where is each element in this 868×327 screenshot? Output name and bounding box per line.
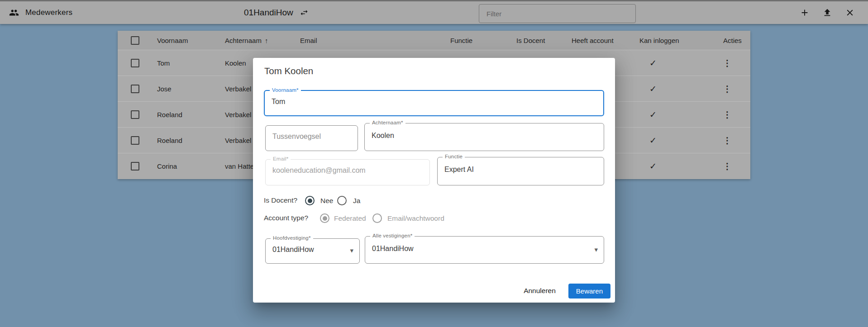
- dots-vertical-icon[interactable]: ⋮: [721, 102, 733, 127]
- cell-achternaam: Verbakel: [225, 128, 251, 153]
- people-icon: [9, 8, 19, 18]
- dropdown-caret-icon[interactable]: ▾: [594, 246, 598, 254]
- email-value: kooleneducation@gmail.com: [272, 166, 366, 175]
- alle-vestigingen-value: 01HandiHow: [372, 245, 414, 253]
- cell-voornaam: Jose: [157, 76, 172, 101]
- cell-achternaam: van Hatte: [225, 153, 254, 179]
- radio-federated: [320, 213, 329, 223]
- dots-vertical-icon[interactable]: ⋮: [721, 76, 733, 101]
- column-header-voornaam[interactable]: Voornaam: [157, 31, 188, 50]
- is-docent-label: Is Docent?: [264, 196, 297, 204]
- achternaam-label: Achternaam*: [370, 120, 405, 125]
- achternaam-field[interactable]: Achternaam* Koolen: [364, 123, 604, 151]
- radio-email-wachtwoord: [372, 213, 382, 223]
- cell-voornaam: Roeland: [157, 128, 182, 153]
- alle-vestigingen-select[interactable]: Alle vestigingen* 01HandiHow ▾: [365, 236, 604, 264]
- dots-vertical-icon[interactable]: ⋮: [721, 128, 733, 153]
- functie-field[interactable]: Functie Expert AI: [437, 157, 604, 185]
- row-checkbox[interactable]: [131, 110, 139, 119]
- dropdown-caret-icon[interactable]: ▾: [350, 246, 353, 255]
- column-header-functie[interactable]: Functie: [450, 31, 472, 50]
- column-header-achternaam[interactable]: Achternaam↑: [225, 31, 268, 50]
- upload-icon[interactable]: [822, 7, 833, 18]
- select-all-checkbox[interactable]: [131, 36, 139, 45]
- column-header-heeft-account[interactable]: Heeft account: [572, 31, 614, 50]
- voornaam-label: Voornaam*: [270, 87, 301, 93]
- hoofdvestiging-label: Hoofdvestiging*: [271, 235, 313, 241]
- dialog-title: Tom Koolen: [264, 66, 313, 76]
- column-header-kan-inloggen[interactable]: Kan inloggen: [639, 31, 679, 50]
- cell-achternaam: Verbakel: [225, 102, 251, 127]
- swap-horizontal-icon[interactable]: [300, 8, 309, 17]
- cell-achternaam: Verbakel: [225, 76, 251, 101]
- email-field: Email* kooleneducation@gmail.com: [265, 159, 430, 185]
- account-type-label: Account type?: [264, 214, 308, 222]
- dots-vertical-icon[interactable]: ⋮: [721, 50, 733, 76]
- cell-achternaam: Koolen: [225, 50, 246, 76]
- cancel-button[interactable]: Annuleren: [519, 284, 560, 298]
- check-icon: ✓: [646, 76, 660, 101]
- column-header-is-docent[interactable]: Is Docent: [516, 31, 545, 50]
- row-checkbox[interactable]: [131, 162, 139, 171]
- tussenvoegsel-field[interactable]: Tussenvoegsel: [265, 125, 358, 151]
- radio-nee[interactable]: [305, 196, 315, 205]
- school-name: 01HandiHow: [244, 8, 293, 18]
- dots-vertical-icon[interactable]: ⋮: [721, 153, 733, 179]
- radio-email-wachtwoord-label: Email/wachtwoord: [387, 214, 444, 223]
- is-docent-radio-group: Is Docent? Nee Ja: [253, 195, 615, 207]
- app-bar: Medewerkers 01HandiHow Filter: [0, 0, 868, 24]
- check-icon: ✓: [646, 153, 660, 179]
- row-checkbox[interactable]: [131, 85, 139, 93]
- cell-voornaam: Tom: [157, 50, 170, 76]
- row-checkbox[interactable]: [131, 59, 139, 67]
- row-checkbox[interactable]: [131, 136, 139, 145]
- achternaam-value: Koolen: [372, 132, 394, 140]
- check-icon: ✓: [646, 102, 660, 127]
- tussenvoegsel-placeholder: Tussenvoegsel: [272, 133, 321, 141]
- radio-federated-label: Federated: [334, 214, 366, 223]
- radio-nee-label[interactable]: Nee: [320, 197, 333, 205]
- email-label: Email*: [271, 156, 291, 161]
- filter-placeholder: Filter: [486, 10, 501, 18]
- close-icon[interactable]: [844, 7, 855, 18]
- add-icon[interactable]: [799, 7, 810, 18]
- sort-ascending-icon: ↑: [265, 37, 268, 44]
- account-type-radio-group: Account type? Federated Email/wachtwoord: [253, 213, 615, 225]
- column-header-email[interactable]: Email: [300, 31, 317, 50]
- cell-voornaam: Corina: [157, 153, 177, 179]
- column-header-acties[interactable]: Acties: [723, 31, 742, 50]
- check-icon: ✓: [646, 50, 660, 76]
- edit-medewerker-dialog: Tom Koolen Voornaam* Tom Tussenvoegsel A…: [253, 58, 615, 303]
- cell-voornaam: Roeland: [157, 102, 182, 127]
- hoofdvestiging-value: 01HandiHow: [272, 246, 314, 254]
- filter-input[interactable]: Filter: [479, 4, 636, 23]
- check-icon: ✓: [646, 128, 660, 153]
- hoofdvestiging-select[interactable]: Hoofdvestiging* 01HandiHow ▾: [265, 238, 360, 264]
- voornaam-value: Tom: [272, 98, 285, 106]
- radio-ja-label[interactable]: Ja: [353, 197, 360, 205]
- table-header-row: Voornaam Achternaam↑ Email Functie Is Do…: [118, 31, 750, 50]
- functie-label: Functie: [443, 154, 465, 159]
- alle-vestigingen-label: Alle vestigingen*: [370, 233, 415, 238]
- page-title: Medewerkers: [25, 8, 72, 17]
- functie-value: Expert AI: [444, 166, 474, 174]
- voornaam-field[interactable]: Voornaam* Tom: [264, 90, 604, 116]
- radio-ja[interactable]: [337, 196, 347, 205]
- save-button[interactable]: Bewaren: [568, 284, 610, 299]
